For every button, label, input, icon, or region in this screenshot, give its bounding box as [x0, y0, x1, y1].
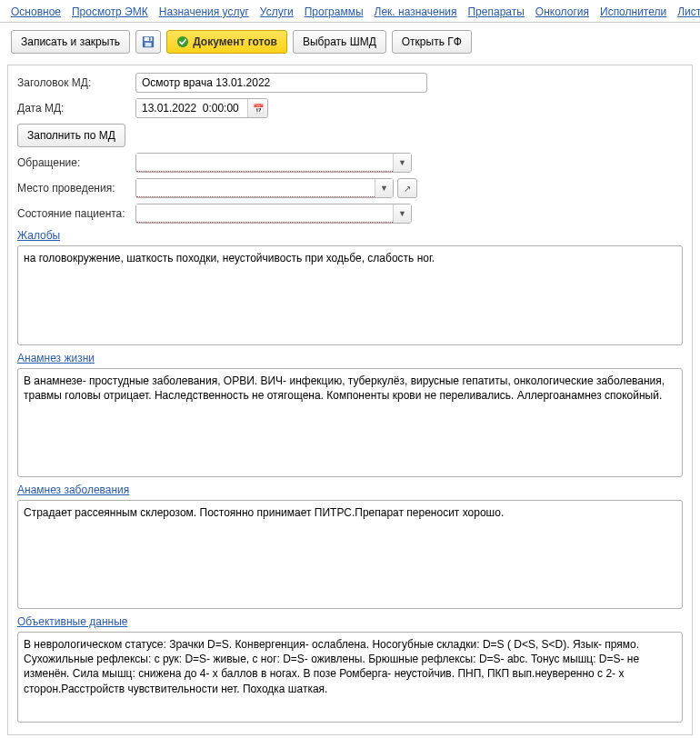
tab-executors[interactable]: Исполнители	[600, 5, 666, 18]
calendar-button[interactable]: 📅	[247, 99, 267, 117]
appeal-input[interactable]	[136, 154, 393, 172]
save-button[interactable]	[135, 30, 161, 54]
state-combo: ▼	[135, 204, 412, 224]
place-combo: ▼	[135, 178, 394, 198]
complaints-textarea[interactable]	[17, 245, 683, 345]
tab-service-assign[interactable]: Назначения услуг	[159, 5, 249, 18]
tab-main[interactable]: Основное	[11, 5, 61, 18]
place-open-button[interactable]: ↗	[397, 178, 417, 198]
place-label: Место проведения:	[17, 182, 135, 194]
svg-rect-1	[145, 37, 153, 41]
svg-point-4	[177, 36, 188, 47]
title-label: Заголовок МД:	[17, 76, 135, 89]
form-panel: Заголовок МД: Дата МД: 📅 Заполнить по МД…	[7, 65, 693, 735]
toolbar: Записать и закрыть Документ готов Выбрат…	[0, 23, 700, 61]
tab-emk[interactable]: Просмотр ЭМК	[72, 5, 148, 18]
tab-drugs[interactable]: Препараты	[467, 5, 524, 18]
date-field: 📅	[135, 98, 268, 118]
state-label: Состояние пациента:	[17, 207, 135, 220]
document-ready-label: Документ готов	[193, 35, 277, 48]
open-external-icon: ↗	[404, 184, 411, 194]
chevron-down-icon: ▼	[398, 158, 406, 167]
nav-tabs: Основное Просмотр ЭМК Назначения услуг У…	[0, 0, 700, 23]
date-input[interactable]	[136, 99, 247, 117]
complaints-section-link[interactable]: Жалобы	[17, 229, 683, 242]
appeal-dropdown-button[interactable]: ▼	[393, 154, 411, 172]
date-label: Дата МД:	[17, 102, 135, 115]
anamnesis-life-textarea[interactable]	[17, 368, 683, 477]
fill-by-md-button[interactable]: Заполнить по МД	[17, 124, 125, 147]
tab-programs[interactable]: Программы	[305, 5, 364, 18]
place-input[interactable]	[136, 179, 375, 197]
floppy-icon	[142, 35, 155, 48]
checkmark-icon	[176, 35, 189, 48]
select-shmd-button[interactable]: Выбрать ШМД	[293, 30, 386, 54]
anamnesis-disease-textarea[interactable]	[17, 500, 683, 609]
open-gf-button[interactable]: Открыть ГФ	[392, 30, 472, 54]
tab-oncology[interactable]: Онкология	[535, 5, 589, 18]
objective-section-link[interactable]: Объективные данные	[17, 615, 683, 628]
document-ready-button[interactable]: Документ готов	[166, 30, 287, 54]
place-dropdown-button[interactable]: ▼	[375, 179, 393, 197]
state-input[interactable]	[136, 204, 393, 223]
chevron-down-icon: ▼	[398, 209, 406, 218]
state-dropdown-button[interactable]: ▼	[393, 204, 411, 223]
calendar-icon: 📅	[253, 104, 264, 114]
tab-sick-leaves[interactable]: Листки нетрудос	[677, 5, 700, 18]
anamnesis-disease-section-link[interactable]: Анамнез заболевания	[17, 484, 683, 496]
tab-services[interactable]: Услуги	[260, 5, 294, 18]
objective-textarea[interactable]	[17, 632, 683, 723]
chevron-down-icon: ▼	[380, 184, 388, 193]
svg-rect-2	[145, 43, 152, 46]
tab-drug-assign[interactable]: Лек. назначения	[375, 5, 457, 18]
anamnesis-life-section-link[interactable]: Анамнез жизни	[17, 352, 683, 364]
title-input[interactable]	[135, 73, 427, 93]
appeal-label: Обращение:	[17, 156, 135, 169]
save-and-close-button[interactable]: Записать и закрыть	[11, 30, 130, 54]
svg-rect-3	[149, 37, 151, 41]
appeal-combo: ▼	[135, 153, 412, 173]
